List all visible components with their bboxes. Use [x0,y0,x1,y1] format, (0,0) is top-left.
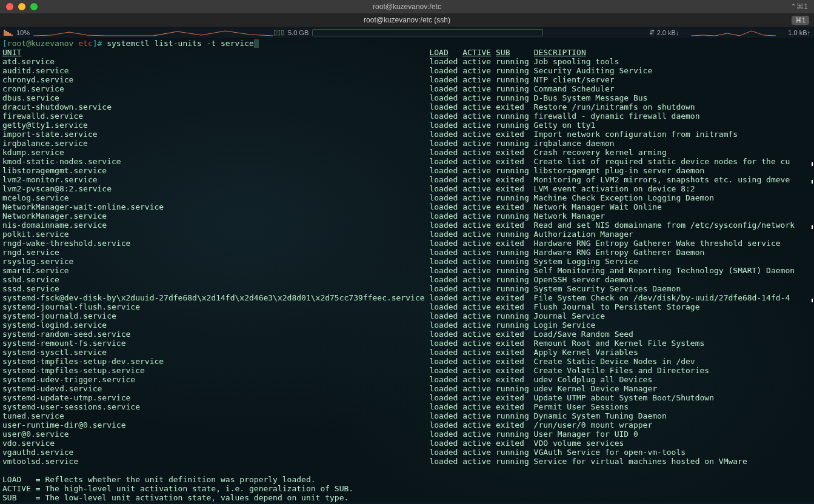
service-row: rngd.service loaded active running Hardw… [2,248,812,257]
minimize-window-button[interactable] [18,3,25,10]
service-row: vdo.service loaded active exited VDO vol… [2,439,812,448]
service-row: systemd-sysctl.service loaded active exi… [2,348,812,357]
legend-active: ACTIVE = The high-level unit activation … [2,484,812,493]
memory-value: 5.0 GB [288,29,309,36]
service-row: systemd-logind.service loaded active run… [2,320,812,330]
cpu-percent: 10% [16,29,30,36]
zoom-window-button[interactable] [30,3,38,10]
service-row: systemd-user-sessions.service loaded act… [2,402,812,411]
service-row: systemd-journal-flush.service loaded act… [2,302,812,311]
network-down-graph [691,28,776,37]
service-row: kdump.service loaded active exited Crash… [2,148,812,157]
service-row: systemd-udevd.service loaded active runn… [2,384,812,393]
column-header: UNIT LOAD ACTIVE SUB DESCRIPTION [2,48,812,57]
service-row: tuned.service loaded active running Dyna… [2,411,812,420]
window-titlebar: root@kuzevanov:/etc ⌃⌘1 [0,0,814,13]
cpu-meter[interactable]: 10% [4,28,273,37]
service-row: lvm2-pvscan@8:2.service loaded active ex… [2,184,812,193]
service-row: systemd-random-seed.service loaded activ… [2,330,812,339]
service-row: systemd-update-utmp.service loaded activ… [2,393,812,402]
status-bar: 10% ▯▯▯ 5.0 GB ⇵ 2.0 kB↓ 1.0 kB↑ [0,27,814,39]
cpu-graph [33,28,273,37]
service-row: systemd-tmpfiles-setup-dev.service loade… [2,357,812,366]
command-text: systemctl list-units -t service [107,39,254,48]
memory-meter[interactable]: ▯▯▯ 5.0 GB [273,28,543,36]
service-row: rsyslog.service loaded active running Sy… [2,257,812,266]
network-icon: ⇵ [649,28,655,36]
window-title: root@kuzevanov:/etc [0,2,814,11]
service-row: lvm2-monitor.service loaded active exite… [2,175,812,184]
scroll-indicator [812,180,813,184]
service-row: smartd.service loaded active running Sel… [2,266,812,275]
service-row: irqbalance.service loaded active running… [2,139,812,148]
service-row: NetworkManager-wait-online.service loade… [2,202,812,211]
service-row: import-state.service loaded active exite… [2,130,812,139]
service-row: dbus.service loaded active running D-Bus… [2,93,812,102]
service-row: mcelog.service loaded active running Mac… [2,193,812,202]
service-row: atd.service loaded active running Job sp… [2,57,812,66]
service-row: systemd-remount-fs.service loaded active… [2,339,812,348]
service-row: dracut-shutdown.service loaded active ex… [2,102,812,111]
legend-sub: SUB = The low-level unit activation stat… [2,493,812,502]
terminal-output[interactable]: [root@kuzevanov etc]# systemctl list-uni… [0,39,814,502]
service-row: rngd-wake-threshold.service loaded activ… [2,239,812,248]
service-row: chronyd.service loaded active running NT… [2,75,812,84]
cursor [254,39,259,48]
service-row: systemd-journald.service loaded active r… [2,311,812,320]
scroll-indicator [812,225,813,229]
memory-bar [312,29,543,36]
service-row: auditd.service loaded active running Sec… [2,66,812,75]
service-row: systemd-tmpfiles-setup.service loaded ac… [2,366,812,375]
service-row: sssd.service loaded active running Syste… [2,284,812,293]
tab-title[interactable]: root@kuzevanov:/etc (ssh) [0,16,814,24]
cpu-bars-icon [4,30,13,36]
service-row: systemd-fsck@dev-disk-by\x2duuid-27dfe68… [2,293,812,302]
service-row: vgauthd.service loaded active running VG… [2,448,812,457]
network-up: 1.0 kB↑ [788,29,810,36]
service-row: nis-domainname.service loaded active exi… [2,220,812,230]
service-row: user-runtime-dir@0.service loaded active… [2,420,812,429]
network-meter[interactable]: ⇵ 2.0 kB↓ 1.0 kB↑ [543,28,810,37]
tab-bar: root@kuzevanov:/etc (ssh) ⌘1 [0,13,814,27]
service-row: sshd.service loaded active running OpenS… [2,275,812,284]
service-row: systemd-udev-trigger.service loaded acti… [2,375,812,384]
window-shortcut: ⌃⌘1 [790,2,808,11]
blank-line [2,466,812,475]
memory-icon: ▯▯▯ [273,28,284,36]
service-row: vmtoolsd.service loaded active running S… [2,457,812,466]
tab-badge: ⌘1 [792,16,809,25]
legend-load: LOAD = Reflects whether the unit definit… [2,475,812,484]
service-row: NetworkManager.service loaded active run… [2,211,812,220]
network-down: 2.0 kB↓ [657,29,679,36]
service-row: getty@tty1.service loaded active running… [2,121,812,130]
service-row: kmod-static-nodes.service loaded active … [2,157,812,166]
service-row: libstoragemgmt.service loaded active run… [2,166,812,175]
service-row: firewalld.service loaded active running … [2,111,812,121]
scroll-indicator [812,299,813,302]
close-window-button[interactable] [6,3,13,10]
service-row: crond.service loaded active running Comm… [2,84,812,93]
prompt-line: [root@kuzevanov etc]# systemctl list-uni… [2,39,812,48]
scroll-indicator [812,162,813,166]
service-row: user@0.service loaded active running Use… [2,429,812,439]
service-row: polkit.service loaded active running Aut… [2,230,812,239]
